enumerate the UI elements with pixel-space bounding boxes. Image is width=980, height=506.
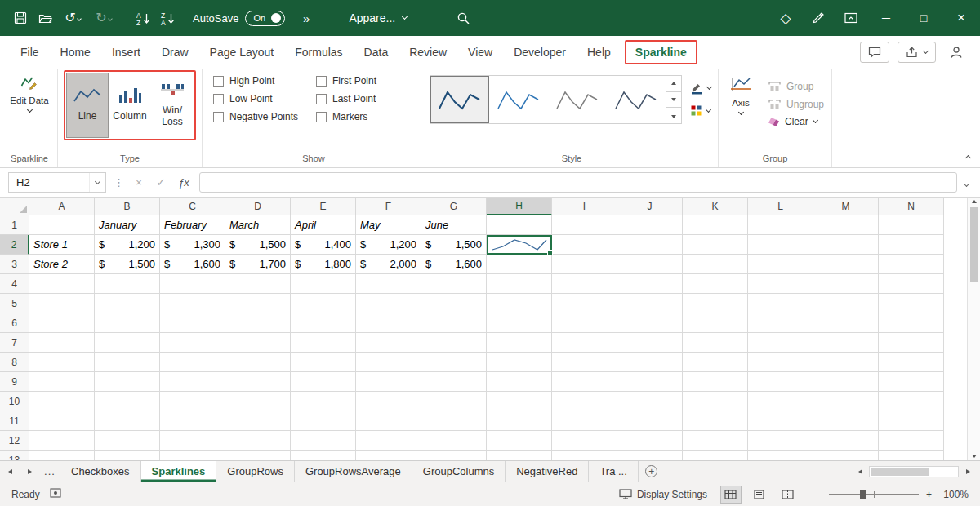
- display-settings-button[interactable]: Display Settings: [619, 489, 707, 500]
- ribbon-tab-help[interactable]: Help: [577, 36, 621, 69]
- cell-J2[interactable]: [617, 235, 683, 255]
- open-button[interactable]: [33, 6, 57, 30]
- style-option-2[interactable]: [489, 76, 548, 123]
- row-header-7[interactable]: 7: [0, 333, 29, 353]
- cell-G2[interactable]: $1,500: [421, 235, 487, 255]
- ribbon-tab-data[interactable]: Data: [354, 36, 399, 69]
- column-sparkline-button[interactable]: Column: [109, 73, 151, 138]
- zoom-slider-thumb[interactable]: [860, 490, 866, 499]
- markers-checkbox[interactable]: Markers: [316, 111, 414, 122]
- close-button[interactable]: ×: [942, 0, 980, 36]
- column-header-A[interactable]: A: [29, 198, 95, 215]
- normal-view-button[interactable]: [720, 486, 742, 504]
- cell-H3[interactable]: [487, 255, 552, 274]
- empty-cells-region[interactable]: [29, 274, 944, 460]
- sort-descending-button[interactable]: ZA: [155, 6, 180, 30]
- column-header-B[interactable]: B: [95, 198, 160, 215]
- ribbon-display-options-button[interactable]: [835, 6, 867, 30]
- save-button[interactable]: [8, 6, 33, 30]
- zoom-in-button[interactable]: +: [926, 489, 932, 500]
- cell-K2[interactable]: [683, 235, 748, 255]
- sort-ascending-button[interactable]: AZ: [131, 6, 155, 30]
- cell-A1[interactable]: [29, 215, 95, 235]
- name-box[interactable]: H2: [8, 172, 106, 193]
- row-header-4[interactable]: 4: [0, 274, 29, 294]
- cell-C2[interactable]: $1,300: [160, 235, 225, 255]
- column-header-N[interactable]: N: [879, 198, 944, 215]
- cell-H2-selected-sparkline[interactable]: [487, 235, 552, 255]
- row-header-3[interactable]: 3: [0, 255, 29, 274]
- ungroup-button[interactable]: Ungroup: [768, 98, 824, 110]
- name-box-dropdown[interactable]: [89, 173, 105, 192]
- sheet-nav-previous-button[interactable]: [0, 461, 20, 482]
- document-title[interactable]: Appare...: [349, 11, 407, 24]
- cell-N1[interactable]: [879, 215, 944, 235]
- autosave-toggle[interactable]: On: [245, 11, 285, 26]
- last-point-checkbox[interactable]: Last Point: [316, 93, 414, 104]
- zoom-slider-track[interactable]: [829, 494, 919, 495]
- zoom-level-label[interactable]: 100%: [939, 489, 969, 500]
- style-option-3[interactable]: [548, 76, 607, 123]
- column-header-H-selected[interactable]: H: [487, 198, 552, 215]
- hscroll-right-button[interactable]: [960, 461, 975, 482]
- page-layout-view-button[interactable]: [749, 486, 770, 504]
- axis-button[interactable]: Axis: [723, 70, 759, 116]
- cell-B2[interactable]: $1,200: [95, 235, 160, 255]
- cell-K3[interactable]: [683, 255, 748, 274]
- row-header-11[interactable]: 11: [0, 411, 29, 431]
- row-header-2-selected[interactable]: 2: [0, 235, 29, 255]
- cell-H1[interactable]: [487, 215, 552, 235]
- sheet-nav-next-button[interactable]: [20, 461, 39, 482]
- row-header-5[interactable]: 5: [0, 294, 29, 313]
- column-header-L[interactable]: L: [748, 198, 813, 215]
- sheet-tab-grouprowsaverage[interactable]: GroupRowsAverage: [295, 461, 412, 482]
- cell-E3[interactable]: $1,800: [291, 255, 356, 274]
- cell-N3[interactable]: [879, 255, 944, 274]
- cell-I2[interactable]: [552, 235, 617, 255]
- column-header-F[interactable]: F: [356, 198, 421, 215]
- cell-M1[interactable]: [813, 215, 879, 235]
- cell-F1[interactable]: May: [356, 215, 421, 235]
- ribbon-tab-page-layout[interactable]: Page Layout: [199, 36, 285, 69]
- enter-formula-button[interactable]: ✓: [154, 176, 168, 189]
- new-sheet-button[interactable]: +: [639, 461, 665, 482]
- column-header-K[interactable]: K: [683, 198, 748, 215]
- ribbon-tab-insert[interactable]: Insert: [101, 36, 151, 69]
- hscroll-left-button[interactable]: [853, 461, 867, 482]
- ribbon-tab-sparkline[interactable]: Sparkline: [625, 40, 697, 64]
- column-header-D[interactable]: D: [225, 198, 291, 215]
- row-header-1[interactable]: 1: [0, 215, 29, 235]
- sheet-overflow-button[interactable]: ...: [39, 461, 60, 482]
- cell-K1[interactable]: [683, 215, 748, 235]
- negative-points-checkbox[interactable]: Negative Points: [213, 111, 311, 122]
- ribbon-tab-view[interactable]: View: [457, 36, 503, 69]
- minimize-button[interactable]: ─: [867, 0, 905, 36]
- hscroll-thumb[interactable]: [871, 468, 929, 476]
- row-header-12[interactable]: 12: [0, 431, 29, 451]
- cell-D3[interactable]: $1,700: [225, 255, 291, 274]
- page-break-preview-button[interactable]: [777, 486, 799, 504]
- line-sparkline-button[interactable]: Line: [66, 73, 109, 138]
- share-button[interactable]: [898, 42, 936, 63]
- quick-access-overflow-button[interactable]: »: [303, 11, 310, 25]
- ribbon-tab-file[interactable]: File: [10, 36, 50, 69]
- ribbon-tab-draw[interactable]: Draw: [151, 36, 199, 69]
- clear-button[interactable]: Clear: [768, 116, 824, 127]
- cell-M3[interactable]: [813, 255, 879, 274]
- cell-J3[interactable]: [617, 255, 683, 274]
- cell-F2[interactable]: $1,200: [356, 235, 421, 255]
- column-header-C[interactable]: C: [160, 198, 225, 215]
- sheet-tab-tra-truncated[interactable]: Tra ...: [589, 461, 638, 482]
- cell-J1[interactable]: [617, 215, 683, 235]
- cancel-formula-button[interactable]: ×: [131, 176, 146, 189]
- search-button[interactable]: [451, 6, 475, 30]
- row-header-6[interactable]: 6: [0, 313, 29, 333]
- cell-A3[interactable]: Store 2: [29, 255, 95, 274]
- cell-D1[interactable]: March: [225, 215, 291, 235]
- edit-data-button[interactable]: Edit Data: [6, 69, 53, 113]
- row-header-13[interactable]: 13: [0, 451, 29, 460]
- sheet-tab-checkboxes[interactable]: Checkboxes: [60, 461, 141, 482]
- expand-formula-bar-button[interactable]: [964, 176, 972, 189]
- column-header-E[interactable]: E: [291, 198, 356, 215]
- zoom-out-button[interactable]: —: [812, 489, 822, 500]
